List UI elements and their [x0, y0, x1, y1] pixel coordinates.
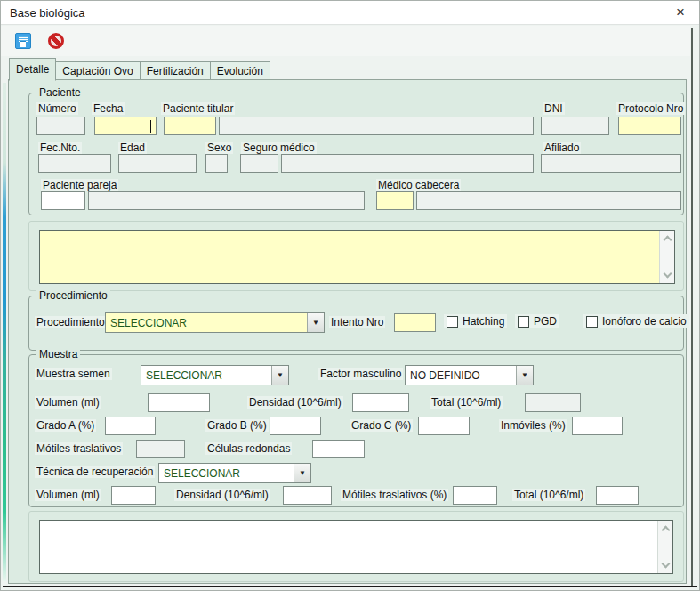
- grado-a-label: Grado A (%): [35, 419, 96, 432]
- observaciones-frame: [28, 221, 684, 291]
- factor-masculino-dropdown-button[interactable]: ▼: [516, 366, 533, 385]
- group-paciente: Paciente Número Fecha Paciente titular D…: [28, 93, 684, 215]
- dni-field: [541, 117, 609, 135]
- paciente-pareja-code-field[interactable]: [41, 191, 85, 210]
- seguro-medico-code-field: [240, 154, 278, 173]
- chevron-down-icon: ▼: [299, 470, 306, 477]
- tab-captacion-ovo[interactable]: Captación Ovo: [55, 61, 140, 80]
- rec-densidad-field[interactable]: [283, 486, 332, 505]
- motiles-traslativos-field: [136, 440, 185, 458]
- rec-volumen-label: Volumen (ml): [35, 489, 101, 501]
- muestra-semen-combo[interactable]: SELECCIONAR ▼: [141, 365, 289, 385]
- dni-label: DNI: [543, 102, 565, 115]
- protocolo-nro-label: Protocolo Nro: [616, 102, 685, 115]
- chevron-up-icon[interactable]: [663, 236, 672, 245]
- grado-c-field[interactable]: [418, 417, 470, 435]
- tab-fertilizacion[interactable]: Fertilización: [140, 61, 211, 80]
- checkbox-box[interactable]: [586, 316, 598, 328]
- rec-volumen-field[interactable]: [111, 486, 156, 505]
- grado-a-field[interactable]: [105, 417, 156, 435]
- toolbar: [1, 26, 690, 56]
- procedimiento-combo-value: SELECCIONAR: [106, 313, 307, 332]
- comentarios-text[interactable]: [40, 521, 657, 573]
- numero-label: Número: [36, 102, 78, 115]
- protocolo-nro-field[interactable]: [618, 117, 681, 135]
- tab-detalle[interactable]: Detalle: [9, 58, 56, 81]
- intento-nro-field[interactable]: [394, 313, 436, 332]
- grado-b-label: Grado B (%): [205, 419, 269, 432]
- sexo-field: [205, 154, 228, 173]
- sexo-label: Sexo: [205, 142, 233, 154]
- cancel-button[interactable]: [46, 31, 66, 51]
- checkbox-box[interactable]: [518, 316, 529, 328]
- window-title: Base biológica: [10, 6, 85, 20]
- group-procedimiento: Procedimiento Procedimiento SELECCIONAR …: [28, 296, 684, 351]
- fecha-field[interactable]: [94, 117, 157, 135]
- cancel-icon: [48, 33, 64, 49]
- close-icon[interactable]: ×: [669, 2, 692, 23]
- chevron-down-icon[interactable]: [661, 560, 670, 569]
- procedimiento-dropdown-button[interactable]: ▼: [307, 313, 324, 332]
- factor-masculino-label: Factor masculino: [318, 368, 403, 380]
- rec-total-field[interactable]: [596, 486, 639, 505]
- tecnica-recuperacion-label: Técnica de recuperación: [35, 466, 155, 478]
- ionoforo-checkbox[interactable]: Ionóforo de calcio: [583, 314, 689, 328]
- inmoviles-field[interactable]: [572, 417, 623, 435]
- paciente-titular-code-field[interactable]: [164, 117, 216, 135]
- factor-masculino-combo[interactable]: NO DEFINIDO ▼: [405, 365, 534, 385]
- edad-label: Edad: [118, 142, 147, 154]
- tecnica-recuperacion-dropdown-button[interactable]: ▼: [294, 464, 310, 482]
- rec-motiles-field[interactable]: [453, 486, 497, 505]
- hatching-label: Hatching: [463, 315, 504, 328]
- medico-cabecera-label: Médico cabecera: [376, 179, 461, 191]
- tab-evolucion[interactable]: Evolución: [210, 61, 270, 80]
- rec-densidad-label: Densidad (10^6/ml): [174, 489, 270, 501]
- hatching-checkbox[interactable]: Hatching: [444, 314, 507, 328]
- observaciones-scrollbar[interactable]: [659, 231, 674, 283]
- tab-page-detalle: Paciente Número Fecha Paciente titular D…: [8, 79, 687, 584]
- grado-b-field[interactable]: [270, 417, 321, 435]
- window-right-border: [691, 28, 693, 587]
- chevron-down-icon: ▼: [521, 372, 528, 379]
- afiliado-label: Afiliado: [543, 142, 581, 154]
- checkbox-box[interactable]: [447, 316, 458, 328]
- save-icon: [15, 33, 31, 49]
- title-bar: Base biológica ×: [1, 1, 699, 25]
- paciente-titular-name-field: [219, 117, 534, 135]
- chevron-down-icon: ▼: [312, 320, 319, 327]
- densidad-field[interactable]: [352, 393, 409, 412]
- group-title-paciente: Paciente: [36, 86, 84, 99]
- medico-cabecera-code-field[interactable]: [376, 191, 414, 210]
- celulas-redondas-field[interactable]: [312, 440, 365, 458]
- motiles-traslativos-label: Mótiles traslativos: [35, 442, 123, 455]
- grado-c-label: Grado C (%): [350, 419, 413, 432]
- window-edge-gradient: [3, 83, 6, 581]
- paciente-pareja-label: Paciente pareja: [41, 179, 118, 191]
- chevron-down-icon: ▼: [277, 372, 284, 379]
- volumen-label: Volumen (ml): [35, 396, 101, 409]
- procedimiento-label: Procedimiento: [35, 316, 107, 328]
- pgd-checkbox[interactable]: PGD: [515, 314, 559, 328]
- volumen-field[interactable]: [148, 393, 210, 412]
- tab-strip: Detalle Captación Ovo Fertilización Evol…: [9, 55, 681, 80]
- save-button[interactable]: [13, 31, 33, 51]
- factor-masculino-combo-value: NO DEFINIDO: [406, 366, 516, 385]
- dialog-base-biologica: Base biológica × Detalle Captación Ovo F…: [0, 0, 700, 591]
- muestra-semen-dropdown-button[interactable]: ▼: [271, 366, 288, 385]
- rec-motiles-label: Mótiles traslativos (%): [341, 489, 448, 501]
- pgd-label: PGD: [534, 315, 557, 328]
- chevron-up-icon[interactable]: [661, 526, 670, 535]
- celulas-redondas-label: Células redondas: [205, 442, 292, 455]
- comentarios-scrollbar[interactable]: [657, 521, 672, 573]
- observaciones-text[interactable]: [40, 231, 659, 283]
- fec-nto-label: Fec.Nto.: [38, 142, 82, 154]
- observaciones-textarea[interactable]: [39, 230, 675, 284]
- chevron-down-icon[interactable]: [663, 270, 672, 279]
- comentarios-textarea[interactable]: [39, 520, 673, 574]
- group-title-muestra: Muestra: [36, 348, 80, 360]
- procedimiento-combo[interactable]: SELECCIONAR ▼: [105, 312, 325, 333]
- muestra-semen-combo-value: SELECCIONAR: [141, 366, 271, 385]
- tecnica-recuperacion-combo[interactable]: SELECCIONAR ▼: [158, 463, 311, 483]
- window-bottom-border: [3, 586, 697, 587]
- group-muestra: Muestra Muestra semen SELECCIONAR ▼ Fact…: [28, 354, 684, 507]
